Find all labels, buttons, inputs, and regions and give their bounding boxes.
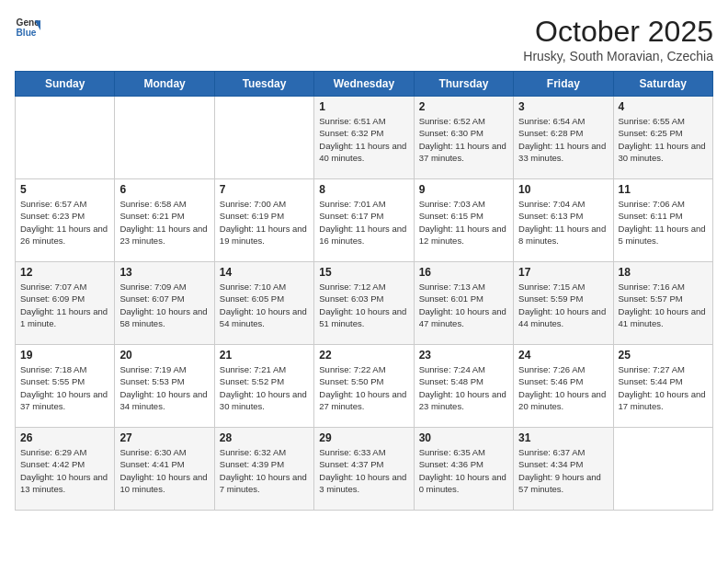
day-number: 22 <box>319 349 408 362</box>
calendar-cell: 6Sunrise: 6:58 AMSunset: 6:21 PMDaylight… <box>115 179 214 262</box>
day-number: 12 <box>20 266 109 279</box>
month-title: October 2025 <box>523 15 713 49</box>
calendar-cell: 31Sunrise: 6:37 AMSunset: 4:34 PMDayligh… <box>514 428 613 511</box>
calendar-cell: 4Sunrise: 6:55 AMSunset: 6:25 PMDaylight… <box>613 97 712 179</box>
day-number: 25 <box>619 349 708 362</box>
day-info: Sunrise: 7:16 AMSunset: 5:57 PMDaylight:… <box>619 281 708 329</box>
weekday-header-row: SundayMondayTuesdayWednesdayThursdayFrid… <box>16 72 713 97</box>
calendar-cell <box>613 428 712 511</box>
day-number: 9 <box>419 183 508 196</box>
day-info: Sunrise: 7:03 AMSunset: 6:15 PMDaylight:… <box>419 198 508 247</box>
day-number: 16 <box>419 266 508 279</box>
day-info: Sunrise: 7:09 AMSunset: 6:07 PMDaylight:… <box>119 281 209 329</box>
calendar-cell: 26Sunrise: 6:29 AMSunset: 4:42 PMDayligh… <box>16 428 115 511</box>
day-info: Sunrise: 7:21 AMSunset: 5:52 PMDaylight:… <box>220 363 309 412</box>
weekday-header: Saturday <box>613 72 712 97</box>
calendar-cell: 10Sunrise: 7:04 AMSunset: 6:13 PMDayligh… <box>514 179 613 262</box>
weekday-header: Monday <box>115 72 214 97</box>
day-number: 7 <box>220 183 309 196</box>
day-number: 28 <box>220 431 309 444</box>
day-info: Sunrise: 6:32 AMSunset: 4:39 PMDaylight:… <box>220 446 309 495</box>
day-info: Sunrise: 6:35 AMSunset: 4:36 PMDaylight:… <box>419 446 508 495</box>
calendar-week-row: 1Sunrise: 6:51 AMSunset: 6:32 PMDaylight… <box>16 97 713 179</box>
calendar-table: SundayMondayTuesdayWednesdayThursdayFrid… <box>15 71 713 511</box>
calendar-cell: 5Sunrise: 6:57 AMSunset: 6:23 PMDaylight… <box>16 179 115 262</box>
weekday-header: Wednesday <box>314 72 414 97</box>
day-number: 27 <box>119 431 209 444</box>
day-info: Sunrise: 7:13 AMSunset: 6:01 PMDaylight:… <box>419 281 508 329</box>
day-number: 14 <box>220 266 309 279</box>
day-info: Sunrise: 7:00 AMSunset: 6:19 PMDaylight:… <box>220 198 309 247</box>
calendar-cell: 13Sunrise: 7:09 AMSunset: 6:07 PMDayligh… <box>115 262 214 345</box>
calendar-week-row: 19Sunrise: 7:18 AMSunset: 5:55 PMDayligh… <box>16 345 713 428</box>
day-number: 4 <box>619 100 708 113</box>
weekday-header: Thursday <box>414 72 513 97</box>
day-info: Sunrise: 7:24 AMSunset: 5:48 PMDaylight:… <box>419 363 508 412</box>
day-number: 21 <box>220 349 309 362</box>
calendar-cell: 24Sunrise: 7:26 AMSunset: 5:46 PMDayligh… <box>514 345 613 428</box>
calendar-cell: 11Sunrise: 7:06 AMSunset: 6:11 PMDayligh… <box>613 179 712 262</box>
calendar-cell: 16Sunrise: 7:13 AMSunset: 6:01 PMDayligh… <box>414 262 513 345</box>
title-block: October 2025 Hrusky, South Moravian, Cze… <box>523 15 713 63</box>
calendar-cell: 2Sunrise: 6:52 AMSunset: 6:30 PMDaylight… <box>414 97 513 179</box>
day-number: 15 <box>319 266 408 279</box>
calendar-cell: 22Sunrise: 7:22 AMSunset: 5:50 PMDayligh… <box>314 345 414 428</box>
day-info: Sunrise: 7:06 AMSunset: 6:11 PMDaylight:… <box>619 198 708 247</box>
logo-icon: General Blue <box>15 15 40 40</box>
day-number: 10 <box>518 183 608 196</box>
calendar-cell: 3Sunrise: 6:54 AMSunset: 6:28 PMDaylight… <box>514 97 613 179</box>
day-info: Sunrise: 7:01 AMSunset: 6:17 PMDaylight:… <box>319 198 408 247</box>
day-number: 6 <box>119 183 209 196</box>
weekday-header: Tuesday <box>214 72 313 97</box>
calendar-cell: 19Sunrise: 7:18 AMSunset: 5:55 PMDayligh… <box>16 345 115 428</box>
day-info: Sunrise: 6:57 AMSunset: 6:23 PMDaylight:… <box>20 198 109 247</box>
calendar-cell: 14Sunrise: 7:10 AMSunset: 6:05 PMDayligh… <box>214 262 313 345</box>
calendar-cell: 21Sunrise: 7:21 AMSunset: 5:52 PMDayligh… <box>214 345 313 428</box>
day-number: 13 <box>119 266 209 279</box>
calendar-cell <box>214 97 313 179</box>
day-info: Sunrise: 7:07 AMSunset: 6:09 PMDaylight:… <box>20 281 109 329</box>
day-info: Sunrise: 7:22 AMSunset: 5:50 PMDaylight:… <box>319 363 408 412</box>
location-subtitle: Hrusky, South Moravian, Czechia <box>523 49 713 63</box>
calendar-cell: 1Sunrise: 6:51 AMSunset: 6:32 PMDaylight… <box>314 97 414 179</box>
day-info: Sunrise: 7:18 AMSunset: 5:55 PMDaylight:… <box>20 363 109 412</box>
calendar-cell <box>16 97 115 179</box>
day-info: Sunrise: 6:58 AMSunset: 6:21 PMDaylight:… <box>119 198 209 247</box>
day-number: 2 <box>419 100 508 113</box>
day-info: Sunrise: 6:37 AMSunset: 4:34 PMDaylight:… <box>518 446 608 495</box>
calendar-week-row: 26Sunrise: 6:29 AMSunset: 4:42 PMDayligh… <box>16 428 713 511</box>
day-number: 31 <box>518 431 608 444</box>
calendar-cell: 23Sunrise: 7:24 AMSunset: 5:48 PMDayligh… <box>414 345 513 428</box>
page-header: General Blue October 2025 Hrusky, South … <box>15 15 713 63</box>
calendar-cell: 8Sunrise: 7:01 AMSunset: 6:17 PMDaylight… <box>314 179 414 262</box>
day-info: Sunrise: 6:33 AMSunset: 4:37 PMDaylight:… <box>319 446 408 495</box>
day-info: Sunrise: 6:30 AMSunset: 4:41 PMDaylight:… <box>119 446 209 495</box>
day-number: 23 <box>419 349 508 362</box>
day-number: 30 <box>419 431 508 444</box>
logo: General Blue <box>15 15 40 40</box>
day-number: 3 <box>518 100 608 113</box>
weekday-header: Sunday <box>16 72 115 97</box>
day-number: 20 <box>119 349 209 362</box>
svg-text:Blue: Blue <box>17 28 37 38</box>
day-number: 24 <box>518 349 608 362</box>
day-number: 1 <box>319 100 408 113</box>
calendar-cell: 9Sunrise: 7:03 AMSunset: 6:15 PMDaylight… <box>414 179 513 262</box>
calendar-cell: 15Sunrise: 7:12 AMSunset: 6:03 PMDayligh… <box>314 262 414 345</box>
calendar-week-row: 12Sunrise: 7:07 AMSunset: 6:09 PMDayligh… <box>16 262 713 345</box>
day-info: Sunrise: 7:27 AMSunset: 5:44 PMDaylight:… <box>619 363 708 412</box>
day-info: Sunrise: 7:04 AMSunset: 6:13 PMDaylight:… <box>518 198 608 247</box>
day-number: 29 <box>319 431 408 444</box>
day-info: Sunrise: 6:54 AMSunset: 6:28 PMDaylight:… <box>518 115 608 164</box>
day-number: 26 <box>20 431 109 444</box>
day-info: Sunrise: 7:10 AMSunset: 6:05 PMDaylight:… <box>220 281 309 329</box>
day-info: Sunrise: 7:15 AMSunset: 5:59 PMDaylight:… <box>518 281 608 329</box>
day-number: 18 <box>619 266 708 279</box>
calendar-cell: 29Sunrise: 6:33 AMSunset: 4:37 PMDayligh… <box>314 428 414 511</box>
day-info: Sunrise: 7:26 AMSunset: 5:46 PMDaylight:… <box>518 363 608 412</box>
calendar-cell: 20Sunrise: 7:19 AMSunset: 5:53 PMDayligh… <box>115 345 214 428</box>
day-number: 5 <box>20 183 109 196</box>
day-number: 8 <box>319 183 408 196</box>
calendar-cell: 25Sunrise: 7:27 AMSunset: 5:44 PMDayligh… <box>613 345 712 428</box>
calendar-cell: 7Sunrise: 7:00 AMSunset: 6:19 PMDaylight… <box>214 179 313 262</box>
